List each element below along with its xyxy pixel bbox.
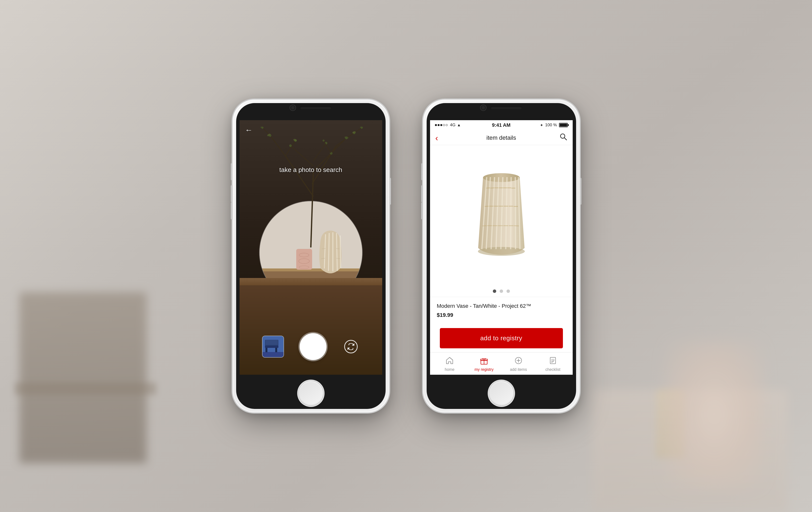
thumb-chair-svg — [263, 336, 284, 358]
camera-table — [239, 278, 382, 375]
product-image-container — [430, 145, 573, 285]
svg-point-53 — [345, 340, 357, 353]
home-tab-label: home — [445, 367, 455, 372]
svg-rect-52 — [265, 340, 278, 345]
svg-line-68 — [490, 188, 494, 188]
tab-checklist[interactable]: checklist — [541, 357, 565, 372]
svg-line-67 — [486, 188, 490, 188]
checklist-tab-icon — [549, 357, 557, 366]
registry-tab-label: my registry — [474, 367, 494, 372]
battery-body — [559, 123, 568, 127]
phone2-inner: 4G ▲ 9:41 AM ✦ 100 % — [427, 103, 576, 409]
phone2-top-hardware — [481, 105, 522, 110]
battery-fill — [560, 123, 567, 126]
pagination-dot-1 — [493, 289, 496, 293]
speaker — [300, 106, 331, 109]
nav-search-button[interactable] — [559, 133, 567, 142]
flip-camera-button[interactable] — [342, 338, 359, 355]
gift-icon — [480, 357, 488, 365]
home-button-phone1[interactable] — [299, 381, 323, 405]
battery-icon — [559, 123, 568, 127]
wifi-icon: ▲ — [457, 123, 461, 127]
add-items-tab-icon — [514, 357, 523, 366]
signal-dots — [435, 124, 447, 126]
phone1-top-hardware — [290, 105, 331, 110]
pagination-dot-3 — [506, 289, 510, 293]
svg-line-81 — [482, 226, 487, 226]
thumbnail-image — [263, 336, 284, 357]
add-to-registry-button[interactable]: add to registry — [440, 328, 563, 348]
app-screen: 4G ▲ 9:41 AM ✦ 100 % — [430, 120, 573, 375]
flip-camera-icon — [344, 339, 358, 354]
battery-percent: 100 % — [545, 123, 557, 127]
svg-line-55 — [564, 138, 567, 140]
svg-point-56 — [483, 173, 520, 182]
camera-screen: ← take a photo to search — [239, 120, 382, 375]
status-right: ✦ 100 % — [540, 123, 568, 127]
tab-bar: home — [430, 352, 573, 375]
tab-add-items[interactable]: add items — [506, 357, 531, 372]
tab-my-registry[interactable]: my registry — [472, 357, 496, 372]
registry-tab-icon — [480, 357, 488, 366]
svg-line-37 — [340, 235, 341, 268]
svg-rect-48 — [265, 345, 279, 348]
shutter-button[interactable] — [300, 333, 326, 360]
add-items-tab-label: add items — [510, 367, 527, 372]
front-camera — [290, 105, 295, 110]
status-time: 9:41 AM — [492, 122, 511, 128]
speaker-2 — [490, 106, 522, 109]
search-icon — [559, 133, 567, 141]
table-top — [239, 278, 382, 285]
camera-instruction-text: take a photo to search — [279, 166, 342, 174]
signal-dot-2 — [438, 124, 440, 126]
product-name: Modern Vase - Tan/White - Project 62™ — [437, 303, 566, 310]
nav-bar: ‹ item details — [430, 130, 573, 145]
svg-rect-42 — [296, 249, 312, 270]
signal-dot-5 — [446, 124, 447, 126]
bluetooth-icon: ✦ — [540, 123, 543, 127]
checklist-icon — [549, 357, 557, 365]
nav-title: item details — [487, 134, 516, 141]
status-bar: 4G ▲ 9:41 AM ✦ 100 % — [430, 120, 573, 130]
network-type: 4G — [450, 123, 456, 127]
home-button-phone2[interactable] — [489, 381, 514, 405]
signal-dot-3 — [440, 124, 442, 126]
phones-container: ← take a photo to search — [233, 99, 580, 413]
signal-dot-4 — [443, 124, 445, 126]
bg-furniture-left — [20, 292, 147, 463]
svg-rect-50 — [265, 348, 267, 352]
signal-dot-1 — [435, 124, 437, 126]
bg-pink-blob — [665, 341, 763, 488]
nav-back-button[interactable]: ‹ — [435, 134, 438, 142]
add-to-registry-section: add to registry — [430, 324, 573, 352]
home-icon — [445, 357, 454, 365]
camera-thumbnail[interactable] — [262, 336, 284, 358]
product-info: Modern Vase - Tan/White - Project 62™ $1… — [430, 297, 573, 324]
svg-line-87 — [514, 226, 519, 226]
camera-back-button[interactable]: ← — [245, 125, 253, 135]
phone-camera: ← take a photo to search — [233, 99, 389, 413]
bg-shelf — [14, 382, 156, 395]
product-image-svg — [465, 170, 538, 260]
svg-line-65 — [515, 177, 516, 249]
tab-home[interactable]: home — [437, 357, 462, 372]
camera-view: ← take a photo to search — [239, 120, 382, 375]
camera-controls — [239, 333, 382, 360]
pagination-dot-2 — [500, 289, 503, 293]
home-tab-icon — [445, 357, 454, 366]
app-view: 4G ▲ 9:41 AM ✦ 100 % — [430, 120, 573, 375]
checklist-tab-label: checklist — [545, 367, 560, 372]
svg-line-74 — [485, 206, 489, 206]
status-left: 4G ▲ — [435, 123, 461, 127]
svg-rect-51 — [275, 348, 277, 352]
app-content: Modern Vase - Tan/White - Project 62™ $1… — [430, 145, 573, 352]
product-price: $19.99 — [437, 312, 566, 318]
add-icon — [514, 357, 523, 365]
image-pagination — [430, 285, 573, 297]
svg-rect-47 — [263, 352, 284, 358]
phone1-inner: ← take a photo to search — [236, 103, 386, 409]
phone-app: 4G ▲ 9:41 AM ✦ 100 % — [423, 99, 580, 413]
front-camera-2 — [481, 105, 486, 110]
